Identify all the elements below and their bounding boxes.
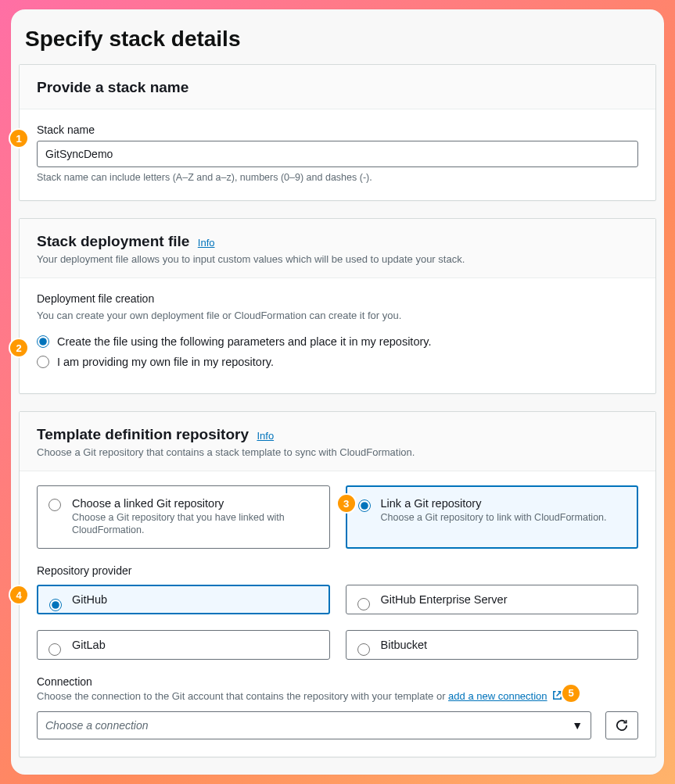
stack-name-card: Provide a stack name 1 Stack name Stack … xyxy=(19,64,656,201)
callout-badge-5: 5 xyxy=(562,685,580,702)
select-placeholder: Choose a connection xyxy=(45,719,149,732)
deployment-option-create[interactable]: Create the file using the following para… xyxy=(37,335,638,348)
refresh-button[interactable] xyxy=(605,711,638,739)
info-link[interactable]: Info xyxy=(257,430,274,442)
card-header: Stack deployment file Info Your deployme… xyxy=(20,219,655,278)
card-title: Template definition repository xyxy=(37,426,249,442)
stack-name-input[interactable] xyxy=(37,141,638,167)
radio-bitbucket[interactable] xyxy=(357,643,370,656)
deployment-file-card: Stack deployment file Info Your deployme… xyxy=(19,218,656,394)
radio-label: I am providing my own file in my reposit… xyxy=(57,356,274,368)
tile-title: GitLab xyxy=(72,639,317,651)
radio-own-file[interactable] xyxy=(37,356,49,368)
stack-details-panel: Specify stack details Provide a stack na… xyxy=(11,9,664,775)
connection-select[interactable]: Choose a connection ▼ xyxy=(37,711,591,739)
radio-label: Create the file using the following para… xyxy=(57,335,431,348)
card-body: 1 Stack name Stack name can include lett… xyxy=(20,109,655,200)
card-body: Choose a linked Git repository Choose a … xyxy=(20,471,655,757)
tile-linked-repo[interactable]: Choose a linked Git repository Choose a … xyxy=(37,485,330,549)
radio-create-file[interactable] xyxy=(37,335,49,348)
page-title: Specify stack details xyxy=(19,17,656,64)
card-title: Stack deployment file xyxy=(37,233,189,249)
radio-linked-repo[interactable] xyxy=(48,499,61,511)
deployment-option-own[interactable]: I am providing my own file in my reposit… xyxy=(37,356,638,368)
card-description: Choose a Git repository that contains a … xyxy=(37,446,638,458)
add-connection-link[interactable]: add a new connection xyxy=(448,690,547,702)
card-description: Your deployment file allows you to input… xyxy=(37,253,638,265)
radio-gitlab[interactable] xyxy=(48,643,61,656)
provider-tiles: GitHub GitHub Enterprise Server GitLab B… xyxy=(37,585,638,660)
card-header: Template definition repository Info Choo… xyxy=(20,412,655,471)
connection-row: Choose a connection ▼ xyxy=(37,711,638,739)
external-link-icon xyxy=(551,689,563,703)
tile-desc: Choose a Git repository to link with Clo… xyxy=(381,511,626,524)
radio-link-new-repo[interactable] xyxy=(358,499,371,512)
callout-badge-2: 2 xyxy=(10,339,27,356)
card-header: Provide a stack name xyxy=(20,65,655,109)
tile-desc: Choose a Git repository that you have li… xyxy=(72,511,317,537)
refresh-icon xyxy=(615,718,629,732)
provider-label: Repository provider xyxy=(37,564,638,577)
tile-link-new-repo[interactable]: 3 Link a Git repository Choose a Git rep… xyxy=(346,485,639,549)
radio-ghes[interactable] xyxy=(357,598,370,610)
deployment-creation-label: Deployment file creation xyxy=(37,292,638,305)
radio-github[interactable] xyxy=(49,599,62,611)
connection-label: Connection xyxy=(37,675,638,688)
stack-name-hint: Stack name can include letters (A–Z and … xyxy=(37,172,638,183)
tile-title: Bitbucket xyxy=(381,639,626,651)
callout-badge-3: 3 xyxy=(338,495,355,512)
caret-down-icon: ▼ xyxy=(572,719,583,732)
deployment-creation-sub: You can create your own deployment file … xyxy=(37,310,638,321)
info-link[interactable]: Info xyxy=(198,237,215,249)
tile-provider-ghes[interactable]: GitHub Enterprise Server xyxy=(346,585,639,614)
stack-name-label: Stack name xyxy=(37,124,638,136)
callout-badge-1: 1 xyxy=(10,130,27,147)
tile-provider-bitbucket[interactable]: Bitbucket xyxy=(346,630,639,660)
tile-title: GitHub xyxy=(72,593,317,606)
card-title: Provide a stack name xyxy=(37,79,188,95)
callout-badge-4: 4 xyxy=(10,586,27,603)
repo-mode-tiles: Choose a linked Git repository Choose a … xyxy=(37,485,638,549)
tile-title: Choose a linked Git repository xyxy=(72,497,317,510)
tile-provider-gitlab[interactable]: GitLab xyxy=(37,630,330,660)
tile-title: GitHub Enterprise Server xyxy=(381,593,626,606)
connection-desc: Choose the connection to the Git account… xyxy=(37,689,638,703)
tile-title: Link a Git repository xyxy=(381,497,626,510)
card-body: Deployment file creation You can create … xyxy=(20,278,655,393)
template-repo-card: Template definition repository Info Choo… xyxy=(19,411,656,757)
tile-provider-github[interactable]: GitHub xyxy=(37,585,330,614)
